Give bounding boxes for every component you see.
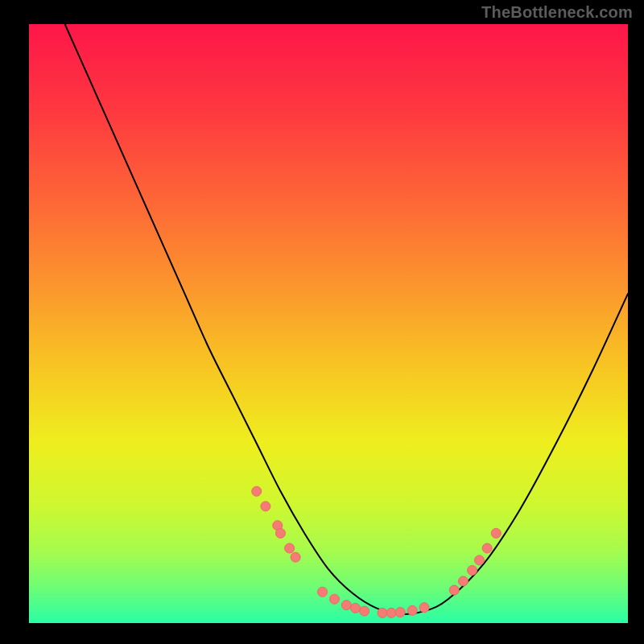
curve-marker (386, 608, 396, 617)
curve-marker (395, 608, 405, 617)
curve-marker (468, 566, 477, 576)
curve-marker (285, 543, 295, 553)
curve-marker (449, 585, 459, 595)
curve-marker (474, 555, 484, 565)
curve-marker (360, 606, 369, 616)
curve-marker (458, 576, 468, 586)
curve-marker (318, 587, 328, 597)
curve-marker (407, 605, 417, 615)
curve-marker (275, 528, 285, 538)
curve-marker (482, 543, 492, 553)
curve-marker (491, 528, 501, 538)
plot-background (29, 24, 628, 623)
curve-marker (419, 603, 429, 613)
chart-canvas (0, 0, 644, 644)
watermark-text: TheBottleneck.com (481, 3, 633, 22)
curve-marker (350, 603, 360, 613)
curve-marker (341, 601, 351, 610)
curve-marker (329, 594, 339, 604)
curve-marker (291, 552, 300, 562)
curve-marker (261, 502, 270, 511)
curve-marker (252, 486, 262, 496)
curve-marker (378, 608, 387, 617)
